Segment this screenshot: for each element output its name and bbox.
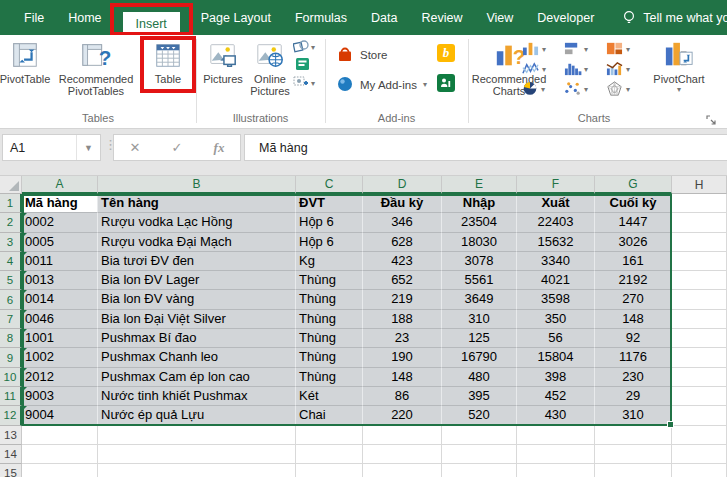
cell-G15[interactable]: [595, 464, 672, 477]
cell-D12[interactable]: 220: [363, 406, 442, 425]
insert-column-chart-button[interactable]: ▾: [521, 40, 563, 60]
cell-H11[interactable]: [672, 387, 727, 406]
cell-C6[interactable]: Thùng: [296, 290, 363, 309]
row-header-7[interactable]: 7: [0, 310, 22, 329]
row-header-10[interactable]: 10: [0, 368, 22, 387]
cell-B6[interactable]: Bia lon ĐV vàng: [98, 290, 296, 309]
cell-D15[interactable]: [363, 464, 442, 477]
tab-file[interactable]: File: [12, 0, 56, 35]
cell-A3[interactable]: 0005: [22, 233, 98, 252]
cell-G4[interactable]: 161: [595, 252, 672, 271]
formula-input[interactable]: Mã hàng: [244, 134, 727, 161]
cell-H2[interactable]: [672, 213, 727, 232]
select-all-button[interactable]: [0, 176, 22, 194]
cell-G1[interactable]: Cuối kỳ: [595, 194, 672, 213]
cell-C3[interactable]: Hộp 6: [296, 233, 363, 252]
insert-bar-chart-button[interactable]: ▾: [563, 40, 605, 60]
cell-F12[interactable]: 430: [517, 406, 595, 425]
insert-scatter-chart-button[interactable]: ▾: [563, 80, 605, 100]
tab-insert[interactable]: Insert: [123, 12, 180, 35]
cell-D1[interactable]: Đầu kỳ: [363, 194, 442, 213]
cell-A5[interactable]: 0013: [22, 271, 98, 290]
cell-F13[interactable]: [517, 426, 595, 445]
cell-C10[interactable]: Thùng: [296, 368, 363, 387]
screenshot-button[interactable]: ▾: [293, 75, 315, 93]
cell-B12[interactable]: Nước ép quả Lựu: [98, 406, 296, 425]
cell-E11[interactable]: 395: [442, 387, 517, 406]
cell-H15[interactable]: [672, 464, 727, 477]
cell-B7[interactable]: Bia lon Đại Việt Silver: [98, 310, 296, 329]
cell-B14[interactable]: [98, 445, 296, 464]
column-header-A[interactable]: A: [22, 176, 98, 194]
cell-F7[interactable]: 350: [517, 310, 595, 329]
cell-A4[interactable]: 0011: [22, 252, 98, 271]
cell-A7[interactable]: 0046: [22, 310, 98, 329]
cell-B3[interactable]: Rượu vodka Đại Mạch: [98, 233, 296, 252]
cell-A14[interactable]: [22, 445, 98, 464]
cell-B2[interactable]: Rượu vodka Lạc Hồng: [98, 213, 296, 232]
cell-F1[interactable]: Xuất: [517, 194, 595, 213]
smartart-button[interactable]: [295, 57, 310, 75]
cell-D3[interactable]: 628: [363, 233, 442, 252]
cell-F3[interactable]: 15632: [517, 233, 595, 252]
row-header-2[interactable]: 2: [0, 213, 22, 232]
cell-F9[interactable]: 15804: [517, 348, 595, 367]
insert-function-icon[interactable]: fx: [203, 140, 236, 156]
cell-G8[interactable]: 92: [595, 329, 672, 348]
cell-B11[interactable]: Nước tinh khiết Pushmax: [98, 387, 296, 406]
cell-B9[interactable]: Pushmax Chanh leo: [98, 348, 296, 367]
pivotchart-button[interactable]: PivotChart ▾: [652, 38, 706, 94]
row-header-14[interactable]: 14: [0, 445, 22, 464]
cell-D7[interactable]: 188: [363, 310, 442, 329]
cell-E2[interactable]: 23504: [442, 213, 517, 232]
cell-B13[interactable]: [98, 426, 296, 445]
cell-H6[interactable]: [672, 290, 727, 309]
cell-E15[interactable]: [442, 464, 517, 477]
tab-formulas[interactable]: Formulas: [283, 0, 359, 35]
cell-G6[interactable]: 270: [595, 290, 672, 309]
cell-E13[interactable]: [442, 426, 517, 445]
insert-hierarchy-chart-button[interactable]: ▾: [605, 40, 647, 60]
cell-F15[interactable]: [517, 464, 595, 477]
cell-H13[interactable]: [672, 426, 727, 445]
row-header-5[interactable]: 5: [0, 271, 22, 290]
cell-D2[interactable]: 346: [363, 213, 442, 232]
pictures-button[interactable]: Pictures: [200, 38, 246, 85]
cell-D11[interactable]: 86: [363, 387, 442, 406]
cell-F4[interactable]: 3340: [517, 252, 595, 271]
insert-pie-chart-button[interactable]: ▾: [521, 80, 563, 100]
cell-A6[interactable]: 0014: [22, 290, 98, 309]
cell-F2[interactable]: 22403: [517, 213, 595, 232]
insert-line-chart-button[interactable]: ▾: [521, 60, 563, 80]
tab-home[interactable]: Home: [56, 0, 113, 35]
row-header-11[interactable]: 11: [0, 387, 22, 406]
row-header-12[interactable]: 12: [0, 406, 22, 425]
cell-A12[interactable]: 9004: [22, 406, 98, 425]
enter-icon[interactable]: ✓: [161, 140, 194, 155]
shapes-button[interactable]: ▾: [293, 39, 315, 57]
insert-combo-chart-button[interactable]: ▾: [605, 60, 647, 80]
recommended-pivottables-button[interactable]: ? RecommendedPivotTables: [50, 38, 142, 97]
cell-A8[interactable]: 1001: [22, 329, 98, 348]
cell-D6[interactable]: 219: [363, 290, 442, 309]
cell-G14[interactable]: [595, 445, 672, 464]
cell-E9[interactable]: 16790: [442, 348, 517, 367]
cell-G10[interactable]: 230: [595, 368, 672, 387]
cell-C14[interactable]: [296, 445, 363, 464]
cell-B8[interactable]: Pushmax Bí đao: [98, 329, 296, 348]
cell-H14[interactable]: [672, 445, 727, 464]
cell-B15[interactable]: [98, 464, 296, 477]
store-button[interactable]: Store: [336, 45, 388, 65]
cell-C13[interactable]: [296, 426, 363, 445]
cell-H4[interactable]: [672, 252, 727, 271]
cell-B5[interactable]: Bia lon ĐV Lager: [98, 271, 296, 290]
cell-C1[interactable]: ĐVT: [296, 194, 363, 213]
cell-G12[interactable]: 310: [595, 406, 672, 425]
cell-A1[interactable]: Mã hàng: [22, 194, 98, 213]
cell-G3[interactable]: 3026: [595, 233, 672, 252]
cell-H9[interactable]: [672, 348, 727, 367]
tab-page-layout[interactable]: Page Layout: [189, 0, 283, 35]
cell-G13[interactable]: [595, 426, 672, 445]
name-box[interactable]: A1 ▼: [2, 134, 101, 161]
cell-C11[interactable]: Két: [296, 387, 363, 406]
